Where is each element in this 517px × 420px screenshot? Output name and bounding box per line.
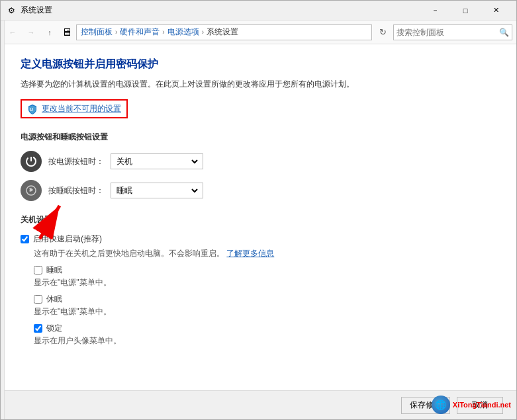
- hibernate-row: 休眠: [34, 294, 496, 305]
- sleep-button-row: 按睡眠按钮时： 睡眠 关机 休眠 不执行任何操作: [21, 180, 496, 201]
- up-button[interactable]: ↑: [42, 24, 58, 40]
- sleep-label[interactable]: 睡眠: [46, 265, 62, 276]
- window-icon: ⚙: [6, 5, 17, 16]
- fast-startup-row: 启用快速启动(推荐): [21, 233, 496, 245]
- breadcrumb-item-hardware[interactable]: 硬件和声音: [120, 26, 160, 38]
- breadcrumb-item-power[interactable]: 电源选项: [167, 26, 199, 38]
- footer: 保存修改 取消 🌐 XiTongTiandi.net: [1, 390, 516, 419]
- window-title: 系统设置: [21, 5, 420, 16]
- window-controls: － □ ✕: [420, 1, 511, 21]
- lock-label[interactable]: 锁定: [46, 323, 62, 334]
- back-button[interactable]: ←: [5, 24, 21, 40]
- change-settings-container[interactable]: U 更改当前不可用的设置: [21, 99, 128, 118]
- search-input[interactable]: [397, 28, 499, 37]
- sleep-button-select[interactable]: 睡眠 关机 休眠 不执行任何操作: [114, 185, 200, 196]
- sleep-button-label: 按睡眠按钮时：: [48, 185, 104, 196]
- watermark: 🌐 XiTongTiandi.net: [432, 396, 511, 414]
- power-button-select[interactable]: 关机 睡眠 休眠 不执行任何操作: [114, 156, 200, 167]
- page-description: 选择要为您的计算机设置的电源设置。在此页上对设置所做的更改将应用于您所有的电源计…: [21, 78, 496, 90]
- sleep-icon-svg: [25, 185, 37, 196]
- power-button-row: 按电源按钮时： 关机 睡眠 休眠 不执行任何操作: [21, 151, 496, 172]
- shield-icon: U: [27, 104, 38, 114]
- breadcrumb-sep-3: ›: [202, 28, 204, 36]
- learn-more-link[interactable]: 了解更多信息: [226, 249, 274, 258]
- main-window: ⚙ 系统设置 － □ ✕ ← → ↑ 🖥 控制面板 › 硬件和声音 › 电源选项…: [0, 0, 517, 420]
- lock-checkbox[interactable]: [34, 324, 42, 333]
- sleep-button-dropdown[interactable]: 睡眠 关机 休眠 不执行任何操作: [111, 183, 203, 198]
- forward-button[interactable]: →: [23, 24, 39, 40]
- main-content: 定义电源按钮并启用密码保护 选择要为您的计算机设置的电源设置。在此页上对设置所做…: [1, 44, 516, 390]
- breadcrumb-sep-1: ›: [115, 28, 117, 36]
- sleep-row: 睡眠: [34, 265, 496, 276]
- search-icon: 🔍: [499, 28, 509, 37]
- maximize-button[interactable]: □: [450, 1, 481, 21]
- fast-startup-checkbox[interactable]: [21, 235, 29, 243]
- address-bar: ← → ↑ 🖥 控制面板 › 硬件和声音 › 电源选项 › 系统设置 ↻ 🔍: [1, 21, 516, 44]
- power-section-title: 电源按钮和睡眠按钮设置: [21, 132, 496, 143]
- shutdown-section: 关机设置 启用快速启动(推荐) 这有助于在关机之后更快地启动电脑。不会影响重启。…: [21, 214, 496, 347]
- left-strip: [1, 21, 5, 419]
- fast-startup-desc: 这有助于在关机之后更快地启动电脑。不会影响重启。 了解更多信息: [34, 247, 496, 259]
- hibernate-checkbox[interactable]: [34, 295, 42, 304]
- lock-row: 锁定: [34, 323, 496, 334]
- breadcrumb-item-controlpanel[interactable]: 控制面板: [81, 26, 113, 38]
- watermark-text: XiTongTiandi.net: [453, 401, 511, 409]
- change-settings-label: 更改当前不可用的设置: [42, 103, 121, 114]
- home-icon: 🖥: [62, 26, 72, 38]
- breadcrumb-item-current: 系统设置: [207, 26, 238, 38]
- title-bar: ⚙ 系统设置 － □ ✕: [1, 1, 516, 21]
- power-button-label: 按电源按钮时：: [48, 156, 104, 167]
- power-button-icon: [21, 151, 42, 172]
- search-box: 🔍: [393, 24, 512, 40]
- fast-startup-label[interactable]: 启用快速启动(推荐): [33, 233, 102, 245]
- hibernate-subdesc: 显示在"电源"菜单中。: [34, 306, 496, 317]
- breadcrumb-sep-2: ›: [162, 28, 164, 36]
- refresh-button[interactable]: ↻: [375, 24, 391, 40]
- power-button-section: 电源按钮和睡眠按钮设置 按电源按钮时： 关机 睡眠 休眠 不执行任何操作: [21, 132, 496, 201]
- svg-text:U: U: [30, 107, 33, 112]
- close-button[interactable]: ✕: [481, 1, 511, 21]
- sleep-checkbox[interactable]: [34, 266, 42, 274]
- watermark-globe: 🌐: [432, 396, 450, 414]
- hibernate-label[interactable]: 休眠: [46, 294, 62, 305]
- sleep-subdesc: 显示在"电源"菜单中。: [34, 277, 496, 288]
- breadcrumb: 控制面板 › 硬件和声音 › 电源选项 › 系统设置: [76, 24, 372, 40]
- change-settings-link[interactable]: U 更改当前不可用的设置: [27, 103, 121, 114]
- power-button-dropdown[interactable]: 关机 睡眠 休眠 不执行任何操作: [111, 153, 203, 169]
- sleep-button-icon: [21, 180, 42, 201]
- minimize-button[interactable]: －: [420, 1, 450, 21]
- shutdown-section-title: 关机设置: [21, 214, 496, 226]
- lock-subdesc: 显示在用户头像菜单中。: [34, 335, 496, 347]
- power-icon-svg: [25, 155, 37, 167]
- page-title: 定义电源按钮并启用密码保护: [21, 58, 496, 71]
